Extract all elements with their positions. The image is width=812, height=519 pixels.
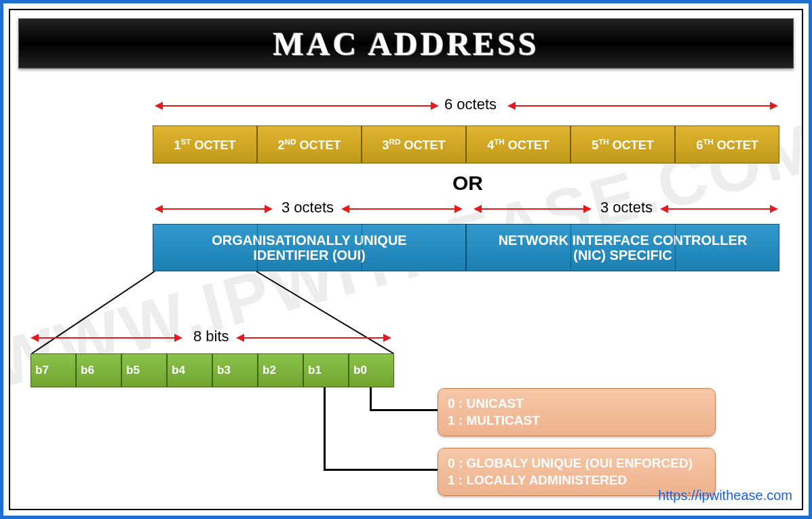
svg-line-1	[256, 271, 393, 353]
octet-cell-3: 3RD OCTET	[362, 126, 466, 164]
section-oui-line1: ORGANISATIONALLY UNIQUE	[212, 233, 406, 248]
meaning-b0-line2: 1 : MULTICAST	[448, 412, 705, 429]
range-arrow-8bits-left	[32, 337, 181, 339]
inner-frame: MAC ADDRESS WWW.IPWITHEASE.COM 6 octets …	[9, 9, 803, 510]
range-arrow-6octets-left	[156, 105, 438, 107]
range-label-8bits: 8 bits	[193, 328, 229, 345]
bits-row: b7 b6 b5 b4 b3 b2 b1 b0	[31, 353, 394, 387]
bit-cell-b1: b1	[303, 353, 349, 387]
diagram-stage: WWW.IPWITHEASE.COM 6 octets 1ST OCTET 2N…	[10, 71, 802, 509]
bit-cell-b0: b0	[349, 353, 394, 387]
bit-cell-b6: b6	[76, 353, 121, 387]
range-arrow-3octets-left-b	[343, 208, 461, 210]
section-oui-line2: IDENTIFIER (OUI)	[253, 248, 366, 263]
meaning-b1-line2: 1 : LOCALLY ADMINISTERED	[448, 472, 705, 489]
title-banner: MAC ADDRESS	[18, 18, 794, 69]
meaning-box-b0: 0 : UNICAST 1 : MULTICAST	[438, 388, 716, 436]
range-arrow-8bits-right	[237, 337, 390, 339]
octet-row: 1ST OCTET 2ND OCTET 3RD OCTET 4TH OCTET …	[153, 126, 779, 164]
bit-cell-b7: b7	[31, 353, 76, 387]
range-arrow-3octets-left-a	[156, 208, 271, 210]
section-row: ORGANISATIONALLY UNIQUE IDENTIFIER (OUI)…	[153, 224, 779, 271]
range-arrow-3octets-right-b	[661, 208, 777, 210]
octet-cell-5: 5TH OCTET	[571, 126, 675, 164]
octet-cell-1: 1ST OCTET	[153, 126, 257, 164]
connector-b1-horiz	[324, 469, 438, 471]
connector-b0-vert	[370, 387, 372, 410]
footer-url: https://ipwithease.com	[658, 488, 792, 503]
range-label-3octets-left: 3 octets	[282, 199, 334, 216]
bit-cell-b5: b5	[121, 353, 167, 387]
range-arrow-3octets-right-a	[475, 208, 590, 210]
octet-cell-6: 6TH OCTET	[675, 126, 779, 164]
connector-b1-vert	[324, 387, 326, 470]
bit-cell-b2: b2	[258, 353, 303, 387]
connector-b0-horiz	[370, 409, 438, 411]
section-cell-nic: NETWORK INTERFACE CONTROLLER (NIC) SPECI…	[466, 224, 779, 271]
bit-cell-b3: b3	[212, 353, 258, 387]
title-text: MAC ADDRESS	[273, 25, 539, 62]
section-nic-line2: (NIC) SPECIFIC	[573, 248, 672, 263]
octet-cell-4: 4TH OCTET	[466, 126, 571, 164]
section-nic-line1: NETWORK INTERFACE CONTROLLER	[499, 233, 748, 248]
range-arrow-6octets-right	[509, 105, 777, 107]
meaning-b0-line1: 0 : UNICAST	[448, 396, 705, 412]
meaning-b1-line1: 0 : GLOBALY UNIQUE (OUI ENFORCED)	[448, 455, 705, 472]
bit-cell-b4: b4	[167, 353, 212, 387]
octet-cell-2: 2ND OCTET	[257, 126, 362, 164]
outer-frame: MAC ADDRESS WWW.IPWITHEASE.COM 6 octets …	[0, 0, 812, 519]
svg-line-0	[32, 271, 155, 353]
section-cell-oui: ORGANISATIONALLY UNIQUE IDENTIFIER (OUI)	[153, 224, 466, 271]
or-label: OR	[452, 172, 483, 195]
range-label-3octets-right: 3 octets	[600, 199, 653, 216]
range-label-6octets: 6 octets	[444, 96, 497, 113]
